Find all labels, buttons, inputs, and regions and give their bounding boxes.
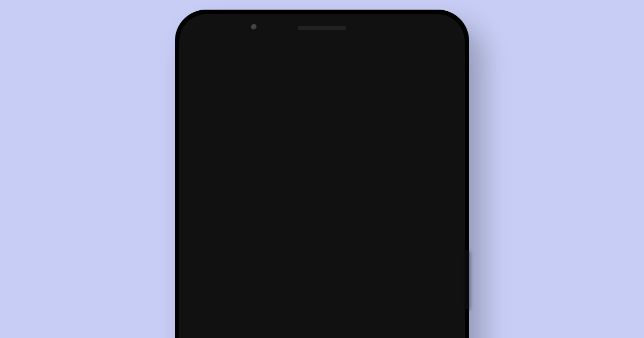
speaker-grille (298, 26, 346, 30)
power-button (465, 250, 469, 309)
front-camera (251, 24, 259, 32)
phone-bezel: 02:33 0.03 KB/S (179, 14, 465, 338)
phone-frame: 02:33 0.03 KB/S (175, 10, 469, 338)
